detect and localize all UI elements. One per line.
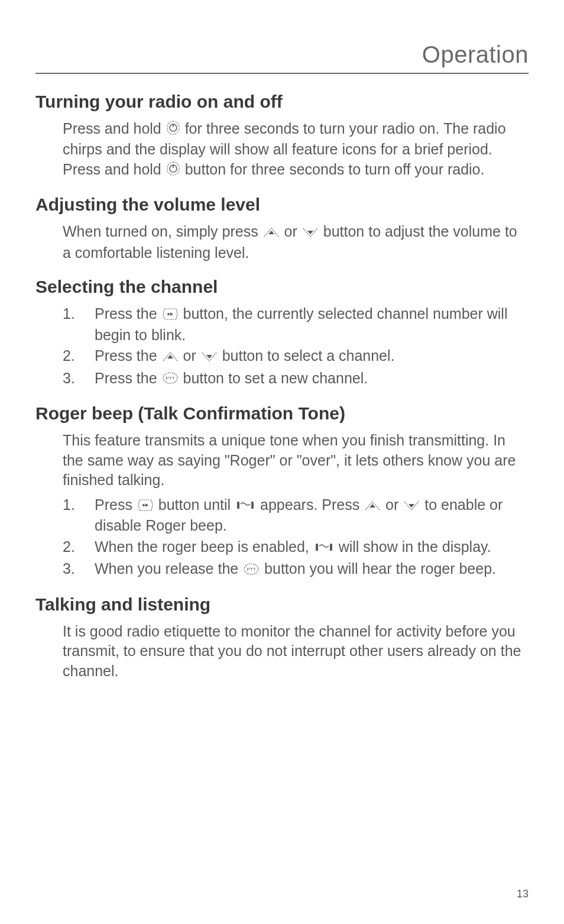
roger-beep-icon [315,538,333,558]
text: Press the [95,370,161,386]
ptt-icon: PTT [163,369,178,389]
heading-roger: Roger beep (Talk Confirmation Tone) [35,403,529,424]
menu-icon [163,305,178,325]
text: Press and hold [63,120,166,137]
svg-rect-11 [251,502,254,509]
ptt-icon: PTT [244,560,259,580]
list-item: Press the PTT button to set a new channe… [63,369,529,389]
text: will show in the display. [339,538,491,555]
power-icon [167,161,180,181]
text: or [183,347,200,364]
roger-beep-icon [236,496,255,516]
text: button you will hear the roger beep. [264,560,496,577]
up-arrow-icon [365,496,380,516]
svg-rect-10 [237,502,239,509]
para-roger: This feature transmits a unique tone whe… [63,431,529,490]
text: or [284,223,302,240]
list-item: When the roger beep is enabled, will sho… [63,537,529,558]
para-volume: When turned on, simply press or button t… [63,222,529,263]
para-turning: Press and hold for three seconds to turn… [63,119,529,180]
svg-text:PTT: PTT [166,376,174,381]
menu-icon [138,496,153,516]
svg-rect-13 [330,544,332,551]
down-arrow-icon [303,223,318,243]
page-number: 13 [517,888,529,900]
text: Press [95,496,137,513]
para-talking: It is good radio etiquette to monitor th… [63,622,529,681]
page-header: Operation [35,41,529,74]
up-arrow-icon [264,223,279,243]
text: button to set a new channel. [183,370,368,386]
heading-talking: Talking and listening [35,595,529,615]
text: When the roger beep is enabled, [95,538,313,555]
svg-rect-12 [316,544,318,551]
heading-turning: Turning your radio on and off [35,92,529,112]
text: appears. Press [260,496,364,513]
text: or [385,496,403,513]
text: Press the [95,347,161,364]
svg-text:PTT: PTT [247,567,256,572]
heading-volume: Adjusting the volume level [35,195,529,215]
list-item: When you release the PTT button you will… [63,559,529,580]
svg-point-9 [142,504,145,506]
channel-list: Press the button, the currently selected… [63,304,529,389]
list-item: Press button until appears. Press or to … [63,495,529,536]
text: When you release the [95,560,242,577]
down-arrow-icon [404,496,419,516]
power-icon [167,120,180,140]
text: button until [158,496,235,513]
svg-point-6 [167,313,170,315]
list-item: Press the or button to select a channel. [63,346,529,367]
heading-channel: Selecting the channel [35,277,529,297]
text: button to select a channel. [222,347,395,364]
up-arrow-icon [163,347,178,367]
roger-list: Press button until appears. Press or to … [63,495,529,580]
list-item: Press the button, the currently selected… [63,304,529,345]
text: Press the [95,305,161,322]
text: When turned on, simply press [63,223,262,240]
text: button for three seconds to turn off you… [185,161,485,177]
svg-rect-3 [167,162,179,175]
svg-rect-0 [167,121,179,134]
down-arrow-icon [202,347,217,367]
